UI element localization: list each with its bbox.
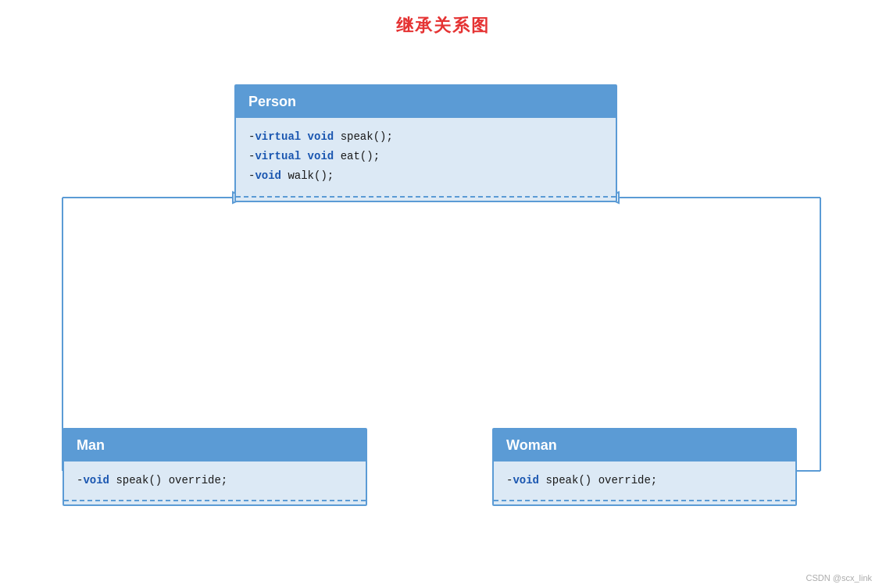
man-class-header: Man bbox=[64, 429, 366, 461]
person-class-box: Person -virtual void speak(); -virtual v… bbox=[234, 84, 617, 202]
watermark: CSDN @scx_link bbox=[806, 573, 872, 583]
person-class-body: -virtual void speak(); -virtual void eat… bbox=[236, 118, 616, 196]
person-method-1: -virtual void speak(); bbox=[248, 127, 603, 147]
woman-class-body: -void speak() override; bbox=[494, 461, 795, 500]
page-title: 继承关系图 bbox=[0, 0, 886, 37]
diagram-area: Person -virtual void speak(); -virtual v… bbox=[0, 45, 886, 588]
man-method-1: -void speak() override; bbox=[77, 471, 353, 490]
person-class-footer bbox=[236, 196, 616, 201]
person-class-header: Person bbox=[236, 86, 616, 118]
man-class-box: Man -void speak() override; bbox=[63, 428, 367, 506]
man-class-body: -void speak() override; bbox=[64, 461, 366, 500]
person-method-3: -void walk(); bbox=[248, 166, 603, 186]
man-class-footer bbox=[64, 500, 366, 504]
person-method-2: -virtual void eat(); bbox=[248, 147, 603, 166]
woman-class-header: Woman bbox=[494, 429, 795, 461]
woman-class-footer bbox=[494, 500, 795, 504]
woman-class-box: Woman -void speak() override; bbox=[492, 428, 797, 506]
woman-method-1: -void speak() override; bbox=[506, 471, 783, 490]
